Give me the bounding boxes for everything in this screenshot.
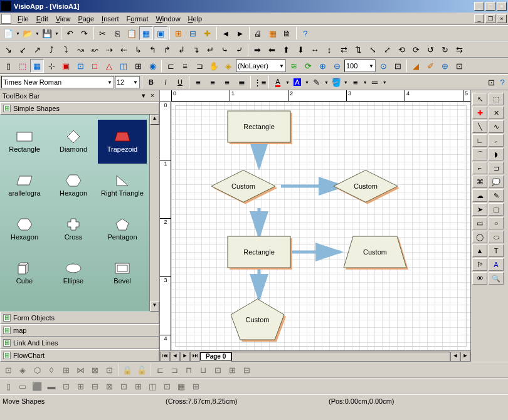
shape-item-ellipse[interactable]: Ellipse: [49, 251, 98, 295]
conn-1[interactable]: ↘: [1, 43, 15, 56]
arrow-13[interactable]: ↺: [423, 43, 437, 56]
fillcolor-button[interactable]: 🪣: [329, 75, 343, 89]
shape-item-right-triangle[interactable]: Right Triangle: [98, 164, 147, 207]
snap-4[interactable]: □: [88, 59, 102, 73]
mdi-icon[interactable]: [1, 14, 11, 24]
zoom-fit[interactable]: ⊙: [376, 59, 390, 73]
align-3[interactable]: ⊐: [193, 59, 206, 73]
preview-button[interactable]: 🗎: [280, 26, 294, 40]
prev-button[interactable]: ◄: [219, 26, 233, 40]
rtool-curve[interactable]: ∿: [489, 120, 504, 133]
menu-view[interactable]: View: [52, 14, 75, 24]
tool-a-button[interactable]: ▦: [139, 26, 153, 40]
underline-button[interactable]: U: [173, 75, 187, 89]
conn-4[interactable]: ⤴: [45, 43, 58, 56]
rtool-bracket[interactable]: ⊐: [489, 162, 504, 174]
aux-a[interactable]: ⊡: [485, 75, 497, 89]
arrow-2[interactable]: ⬅: [265, 43, 278, 56]
fontbg-button[interactable]: A: [290, 75, 304, 89]
italic-button[interactable]: I: [159, 75, 172, 89]
lineweight-button[interactable]: ═: [368, 75, 382, 89]
shape-item-trapezoid[interactable]: Trapezoid: [98, 120, 147, 164]
snap-5[interactable]: △: [102, 59, 116, 73]
maximize-button[interactable]: □: [485, 2, 495, 11]
layer-button[interactable]: ◈: [221, 59, 235, 73]
rtool-think[interactable]: 💭: [489, 176, 504, 188]
save-button[interactable]: 💾: [40, 26, 54, 40]
arrow-10[interactable]: ⤢: [380, 43, 394, 56]
rtool-rrect[interactable]: ▢: [489, 203, 504, 216]
snap-3[interactable]: ⊡: [73, 59, 87, 73]
conn-3[interactable]: ↗: [30, 43, 44, 56]
b2-14[interactable]: ⊞: [189, 379, 203, 393]
arrow-7[interactable]: ⇄: [337, 43, 351, 56]
b1-2[interactable]: ◈: [16, 363, 29, 377]
shape-item-hexagon[interactable]: Hexagon: [0, 207, 49, 251]
b1-unlock[interactable]: 🔓: [135, 363, 149, 377]
b1-12[interactable]: ⊔: [196, 363, 210, 377]
tab-prev[interactable]: ◄: [170, 352, 180, 362]
rtool-pointer[interactable]: ↖: [472, 93, 487, 105]
bold-button[interactable]: B: [144, 75, 158, 89]
menu-format[interactable]: Format: [123, 14, 152, 24]
rtool-pen[interactable]: ✎: [489, 189, 504, 202]
linecolor-button[interactable]: ✎: [310, 75, 324, 89]
conn-11[interactable]: ↰: [146, 43, 159, 56]
font-combo[interactable]: Times New Roman▼: [1, 76, 114, 88]
b2-9[interactable]: ⊡: [117, 379, 130, 393]
fontsize-combo[interactable]: 12▼: [115, 76, 140, 88]
group-button[interactable]: ⊞: [172, 26, 186, 40]
shape-item-cube[interactable]: Cube: [0, 251, 49, 295]
open-button[interactable]: 📂: [21, 26, 34, 40]
arrow-5[interactable]: ↔: [308, 43, 322, 56]
shape-item-pentagon[interactable]: Pentagon: [98, 207, 147, 251]
rtool-eye[interactable]: 👁: [472, 272, 487, 285]
zoom-combo[interactable]: 100▼: [344, 60, 376, 72]
select-tool[interactable]: ⬚: [16, 59, 29, 73]
menu-insert[interactable]: Insert: [98, 14, 123, 24]
menu-help[interactable]: Help: [184, 14, 206, 24]
snap-2[interactable]: ▣: [59, 59, 73, 73]
shape-item-arallelogra[interactable]: arallelogra: [0, 164, 49, 207]
close-button[interactable]: ×: [497, 2, 507, 11]
tab-first[interactable]: ⏮: [160, 352, 170, 362]
toolbox-close[interactable]: ×: [148, 92, 157, 100]
b1-4[interactable]: ◊: [45, 363, 58, 377]
ext-3[interactable]: ⊕: [438, 59, 452, 73]
rtool-search[interactable]: 🔍: [489, 272, 504, 285]
minimize-button[interactable]: _: [474, 2, 484, 11]
arrow-12[interactable]: ⟳: [409, 43, 423, 56]
align-right-button[interactable]: ≡: [220, 75, 234, 89]
rtool-text[interactable]: T: [489, 244, 504, 257]
b1-10[interactable]: ⊐: [167, 363, 181, 377]
conn-8[interactable]: ⇢: [102, 43, 116, 56]
shape-item-diamond[interactable]: Diamond: [49, 120, 98, 164]
arrow-4[interactable]: ⬇: [294, 43, 307, 56]
conn-10[interactable]: ↳: [131, 43, 145, 56]
fontcolor-button[interactable]: A: [271, 75, 285, 89]
zoomin-button[interactable]: ⊕: [315, 59, 329, 73]
menu-window[interactable]: Window: [152, 14, 184, 24]
conn-9[interactable]: ⇠: [117, 43, 130, 56]
b2-1[interactable]: ▯: [1, 379, 15, 393]
add-button[interactable]: ✚: [201, 26, 214, 40]
rtool-arrow[interactable]: ➤: [472, 203, 487, 216]
rtool-a[interactable]: A: [489, 258, 504, 271]
undo-button[interactable]: ↶: [63, 26, 77, 40]
mdi-close-button[interactable]: ×: [497, 14, 507, 23]
paste-button[interactable]: 📋: [125, 26, 139, 40]
b1-9[interactable]: ⊏: [153, 363, 167, 377]
aux-help[interactable]: ?: [497, 75, 508, 89]
b1-5[interactable]: ⊞: [59, 363, 73, 377]
b2-10[interactable]: ⊞: [131, 379, 145, 393]
arrow-14[interactable]: ↻: [438, 43, 452, 56]
b2-8[interactable]: ⊠: [102, 379, 116, 393]
conn-6[interactable]: ↝: [73, 43, 87, 56]
b1-lock[interactable]: 🔒: [120, 363, 134, 377]
snap-6[interactable]: ◫: [117, 59, 130, 73]
layers-button[interactable]: ≋: [287, 59, 300, 73]
ext-4[interactable]: ⊡: [452, 59, 466, 73]
conn-12[interactable]: ↱: [160, 43, 174, 56]
scroll-right[interactable]: ►: [460, 352, 470, 362]
align-1[interactable]: ⊏: [164, 59, 177, 73]
